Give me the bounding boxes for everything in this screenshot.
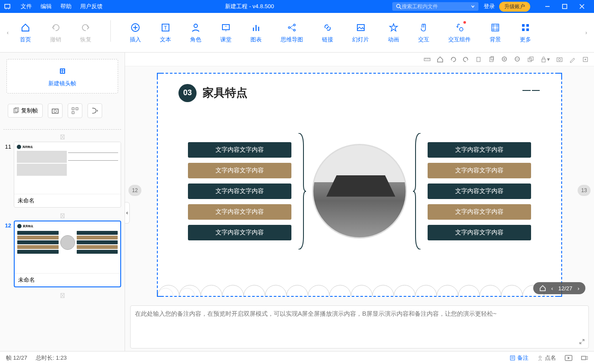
rotate-left-icon[interactable] xyxy=(450,56,456,63)
content-box: 文字内容文字内容 xyxy=(188,142,291,158)
notes-panel[interactable] xyxy=(130,305,589,348)
svg-rect-28 xyxy=(492,24,499,31)
ribbon-animation[interactable]: 动画 xyxy=(385,20,403,45)
qr-icon xyxy=(71,107,79,115)
hand-icon xyxy=(418,22,429,33)
ribbon-more[interactable]: 更多 xyxy=(516,20,535,45)
minimize-button[interactable] xyxy=(539,0,556,13)
menu-file[interactable]: 文件 xyxy=(16,3,36,10)
ribbon-undo[interactable]: 撤销 xyxy=(47,20,65,45)
edit-tool-icon[interactable] xyxy=(569,56,576,63)
svg-text:T: T xyxy=(164,25,167,31)
nav-next-icon[interactable]: › xyxy=(578,285,579,292)
page-indicator: 12/27 xyxy=(558,285,572,292)
notes-input[interactable] xyxy=(135,310,584,344)
svg-line-4 xyxy=(400,7,401,9)
svg-rect-26 xyxy=(357,25,364,31)
next-slide-pill[interactable]: 13 xyxy=(578,185,591,196)
ribbon-slideshow[interactable]: 幻灯片 xyxy=(349,20,372,45)
snapshot-icon[interactable] xyxy=(556,56,563,63)
lock-icon[interactable]: ▾ xyxy=(540,56,550,63)
undo-icon xyxy=(50,22,61,33)
search-box[interactable] xyxy=(392,2,478,11)
slide-entry-12[interactable]: 12 家具特点 未命名 xyxy=(3,221,121,287)
slide-name: 未命名 xyxy=(15,273,120,286)
ribbon-background[interactable]: 背景 xyxy=(486,20,504,45)
content-box: 文字内容文字内容 xyxy=(188,184,291,199)
svg-rect-0 xyxy=(5,4,10,8)
search-input[interactable] xyxy=(402,3,471,9)
ribbon-scroll-right[interactable]: › xyxy=(582,13,591,52)
svg-point-27 xyxy=(460,28,463,31)
ribbon-role[interactable]: 角色 xyxy=(187,20,205,45)
svg-point-63 xyxy=(559,59,561,61)
svg-line-25 xyxy=(290,28,294,30)
maximize-button[interactable] xyxy=(556,0,573,13)
svg-point-68 xyxy=(539,356,541,358)
chart-icon xyxy=(250,22,262,33)
nav-prev-icon[interactable]: ‹ xyxy=(551,285,553,292)
record-button[interactable] xyxy=(581,355,588,361)
export-icon[interactable] xyxy=(582,56,589,63)
slides-list[interactable]: 11 风尚特点 未命名 12 家具特点 未命名 xyxy=(0,121,125,351)
menu-help[interactable]: 帮助 xyxy=(56,3,76,10)
ruler-icon[interactable] xyxy=(424,56,431,63)
menu-feedback[interactable]: 用户反馈 xyxy=(76,3,107,10)
roll-call-button[interactable]: 点名 xyxy=(537,354,556,362)
ribbon-text[interactable]: T文本 xyxy=(156,20,175,45)
notification-badge xyxy=(463,21,466,24)
copy-icon xyxy=(13,107,19,114)
svg-point-22 xyxy=(294,24,295,26)
sidebar-collapse-button[interactable]: ‹ xyxy=(125,202,130,224)
chevron-down-icon[interactable] xyxy=(471,4,475,9)
left-column: 文字内容文字内容 文字内容文字内容 文字内容文字内容 文字内容文字内容 文字内容… xyxy=(188,142,291,240)
home-view-icon[interactable] xyxy=(437,56,444,63)
paste-tool-icon[interactable] xyxy=(488,56,495,63)
expand-notes-icon[interactable] xyxy=(579,339,585,345)
layers-icon[interactable] xyxy=(527,56,534,63)
camera-button[interactable] xyxy=(48,103,63,118)
menu-edit[interactable]: 编辑 xyxy=(36,3,56,10)
close-button[interactable] xyxy=(573,0,591,13)
timer-icon xyxy=(3,211,121,221)
svg-point-21 xyxy=(288,27,290,28)
nav-home-icon[interactable] xyxy=(539,285,546,292)
ribbon-mindmap[interactable]: 思维导图 xyxy=(277,20,306,45)
ribbon-home[interactable]: 首页 xyxy=(16,20,34,45)
ribbon-redo[interactable]: 恢复 xyxy=(77,20,95,45)
upgrade-button[interactable]: 升级账户 xyxy=(499,2,530,12)
copy-tool-icon[interactable] xyxy=(475,56,482,63)
slide-entry-11[interactable]: 11 风尚特点 未命名 xyxy=(3,142,121,208)
title-bar: 文件 编辑 帮助 用户反馈 新建工程 - v4.8.500 登录 升级账户 xyxy=(0,0,594,13)
ribbon-components[interactable]: 交互组件 xyxy=(445,20,474,45)
slide-frame[interactable]: 03 家具特点 文字内容文字内容 文字内容文字内容 文字内容文字内容 文字内容文… xyxy=(157,73,562,297)
text-icon: T xyxy=(160,22,171,33)
login-link[interactable]: 登录 xyxy=(484,3,495,10)
copy-frame-button[interactable]: 复制帧 xyxy=(8,104,43,118)
grid-icon xyxy=(520,22,531,33)
canvas-view[interactable]: 12 13 03 家具特点 文字内容文字内容 文字内容文字内容 文字内容文字内容 xyxy=(125,66,594,303)
rotate-right-icon[interactable] xyxy=(463,56,469,63)
path-button[interactable] xyxy=(88,103,102,118)
prev-slide-pill[interactable]: 12 xyxy=(128,185,141,196)
new-frame-button[interactable]: + 新建镜头帧 xyxy=(6,59,118,93)
qr-button[interactable] xyxy=(68,103,82,118)
svg-rect-42 xyxy=(76,108,78,110)
zoom-in-icon[interactable] xyxy=(501,56,508,63)
notes-icon xyxy=(510,355,516,361)
content-box: 文字内容文字内容 xyxy=(428,204,531,220)
ribbon-insert[interactable]: 插入 xyxy=(126,20,144,45)
ribbon-interact[interactable]: 交互 xyxy=(415,20,433,45)
svg-rect-35 xyxy=(522,28,525,31)
ribbon-chart[interactable]: 图表 xyxy=(247,20,265,45)
ribbon-link[interactable]: 链接 xyxy=(319,20,337,45)
window-title: 新建工程 - v4.8.500 xyxy=(107,3,392,10)
svg-rect-62 xyxy=(557,58,562,62)
ribbon-classroom[interactable]: 课堂 xyxy=(217,20,235,45)
search-icon xyxy=(396,3,402,9)
zoom-out-icon[interactable] xyxy=(514,56,521,63)
frame-counter: 帧 12/27 xyxy=(6,354,27,362)
present-button[interactable] xyxy=(565,355,572,361)
ribbon-scroll-left[interactable]: ‹ xyxy=(3,13,12,52)
notes-toggle[interactable]: 备注 xyxy=(510,354,528,362)
